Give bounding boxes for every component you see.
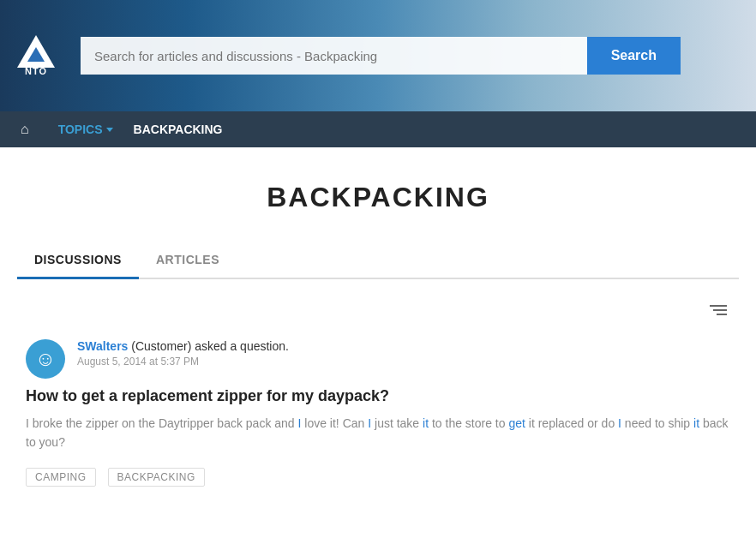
user-line: SWalters (Customer) asked a question. [77,339,289,353]
nav-current-label: BACKPACKING [125,116,231,143]
search-bar: Search [81,37,681,75]
page-title: BACKPACKING [17,182,739,213]
logo-icon [17,35,55,68]
tag-camping[interactable]: CAMPING [26,468,96,487]
filter-line-2 [713,309,727,311]
tab-articles[interactable]: ARTICLES [139,244,237,278]
body-text: I broke the zipper on the Daytripper bac… [26,416,729,449]
filter-row [17,296,739,324]
tab-discussions[interactable]: DISCUSSIONS [17,244,139,279]
home-icon[interactable]: ⌂ [12,115,38,144]
logo[interactable]: NTO [17,35,55,76]
highlight-i1: I [298,416,302,430]
tag-backpacking[interactable]: BACKPACKING [108,468,205,487]
search-button[interactable]: Search [587,37,681,75]
avatar-face-icon: ☺ [35,347,57,371]
main-content: BACKPACKING DISCUSSIONS ARTICLES ☺ SWalt… [0,147,756,521]
user-row: ☺ SWalters (Customer) asked a question. … [26,339,730,379]
tags: CAMPING BACKPACKING [26,468,730,487]
timestamp: August 5, 2014 at 5:37 PM [77,356,289,368]
user-info: SWalters (Customer) asked a question. Au… [77,339,289,368]
tabs: DISCUSSIONS ARTICLES [17,244,739,279]
user-role: (Customer) asked a question. [131,339,289,353]
search-input[interactable] [81,37,587,75]
topics-chevron-icon [106,128,113,132]
page-header: NTO Search [0,0,756,111]
username-link[interactable]: SWalters [77,339,128,353]
highlight-i2: I [368,416,371,430]
avatar: ☺ [26,339,65,379]
highlight-it2: it [693,416,699,430]
highlight-i3: I [618,416,621,430]
filter-line-1 [710,305,727,307]
discussion-body: I broke the zipper on the Daytripper bac… [26,414,730,452]
filter-icon[interactable] [706,302,730,319]
discussion-title[interactable]: How to get a replacement zipper for my d… [26,387,730,405]
highlight-it1: it [423,416,429,430]
topics-label: TOPICS [58,123,103,136]
filter-line-3 [717,314,727,315]
navbar: ⌂ TOPICS BACKPACKING [0,111,756,147]
highlight-get: get [508,416,525,430]
discussion-item: ☺ SWalters (Customer) asked a question. … [17,331,739,504]
topics-nav[interactable]: TOPICS [50,116,122,143]
